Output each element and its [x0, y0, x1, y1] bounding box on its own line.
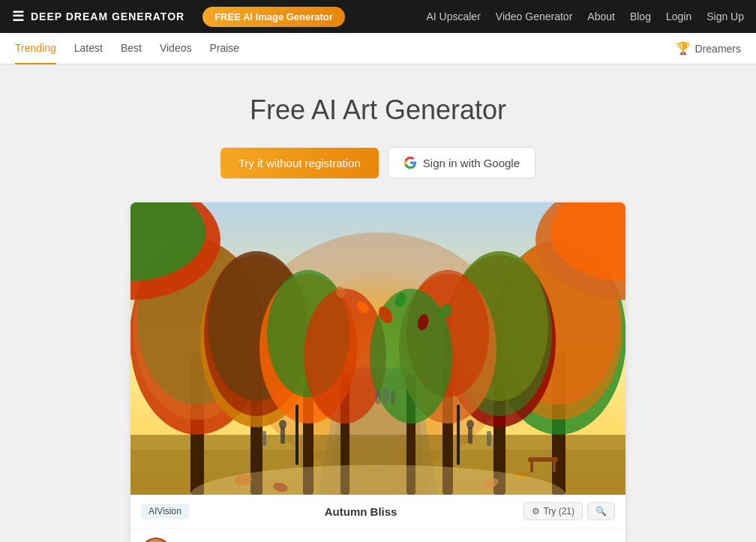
trophy-icon: 🏆 — [676, 41, 691, 55]
try-style-button[interactable]: ⚙ Try (21) — [524, 502, 583, 520]
dreamers-label: Dreamers — [695, 43, 741, 55]
svg-rect-52 — [457, 405, 460, 465]
tab-latest[interactable]: Latest — [74, 33, 103, 64]
nav-video-generator[interactable]: Video Generator — [496, 10, 572, 22]
svg-rect-48 — [468, 427, 472, 444]
main-content: Free AI Art Generator Try it without reg… — [0, 64, 756, 542]
nav-blog[interactable]: Blog — [630, 10, 651, 22]
nav-about[interactable]: About — [587, 10, 615, 22]
search-icon: 🔍 — [596, 506, 607, 517]
try-label: Try (21) — [543, 506, 574, 517]
svg-rect-47 — [262, 431, 266, 446]
page-title: Free AI Art Generator — [250, 94, 506, 126]
card-user-row: Crystaldelic 22 hours ago 8 188 — [130, 529, 626, 542]
svg-point-42 — [375, 390, 381, 405]
search-button[interactable]: 🔍 — [587, 502, 615, 520]
tab-praise[interactable]: Praise — [209, 33, 239, 64]
card-image — [130, 202, 626, 495]
nav-ai-upscaler[interactable]: AI Upscaler — [426, 10, 480, 22]
tag-badge: AIVision — [141, 504, 189, 519]
free-ai-button[interactable]: FREE AI Image Generator — [202, 7, 345, 27]
svg-rect-45 — [280, 427, 285, 444]
autumn-scene-svg — [130, 202, 626, 495]
sub-navigation: Trending Latest Best Videos Praise 🏆 Dre… — [0, 33, 756, 64]
image-title: Autumn Bliss — [198, 505, 524, 518]
card-footer: AIVision Autumn Bliss ⚙ Try (21) 🔍 — [130, 495, 626, 529]
top-navigation: ☰ DEEP DREAM GENERATOR FREE AI Image Gen… — [0, 0, 756, 33]
tab-videos[interactable]: Videos — [160, 33, 192, 64]
google-icon — [404, 156, 417, 169]
nav-signup[interactable]: Sign Up — [706, 10, 744, 22]
svg-rect-51 — [296, 405, 298, 465]
dreamers-link[interactable]: 🏆 Dreamers — [676, 41, 741, 55]
try-without-registration-button[interactable]: Try it without registration — [220, 148, 379, 178]
featured-image-card: AIVision Autumn Bliss ⚙ Try (21) 🔍 Cryst… — [130, 202, 626, 542]
tab-best[interactable]: Best — [121, 33, 142, 64]
nav-login[interactable]: Login — [666, 10, 692, 22]
sign-in-google-button[interactable]: Sign in with Google — [388, 147, 536, 178]
svg-point-44 — [391, 390, 395, 405]
svg-point-46 — [279, 420, 286, 429]
svg-rect-55 — [553, 462, 556, 472]
filter-tabs: Trending Latest Best Videos Praise — [15, 33, 239, 64]
svg-point-49 — [466, 420, 474, 429]
brand-name: DEEP DREAM GENERATOR — [31, 10, 184, 22]
svg-rect-54 — [530, 462, 533, 472]
action-buttons: Try it without registration Sign in with… — [220, 147, 536, 178]
avatar-image — [142, 539, 170, 542]
avatar — [141, 538, 171, 542]
settings-icon: ⚙ — [532, 506, 540, 517]
card-actions: ⚙ Try (21) 🔍 — [524, 502, 615, 520]
svg-point-43 — [382, 388, 388, 404]
google-btn-label: Sign in with Google — [423, 157, 520, 169]
svg-rect-50 — [487, 431, 491, 446]
nav-links: AI Upscaler Video Generator About Blog L… — [426, 10, 744, 22]
svg-rect-53 — [528, 457, 558, 462]
brand-logo[interactable]: ☰ DEEP DREAM GENERATOR — [12, 8, 184, 25]
menu-icon: ☰ — [12, 8, 25, 25]
tab-trending[interactable]: Trending — [15, 33, 56, 64]
